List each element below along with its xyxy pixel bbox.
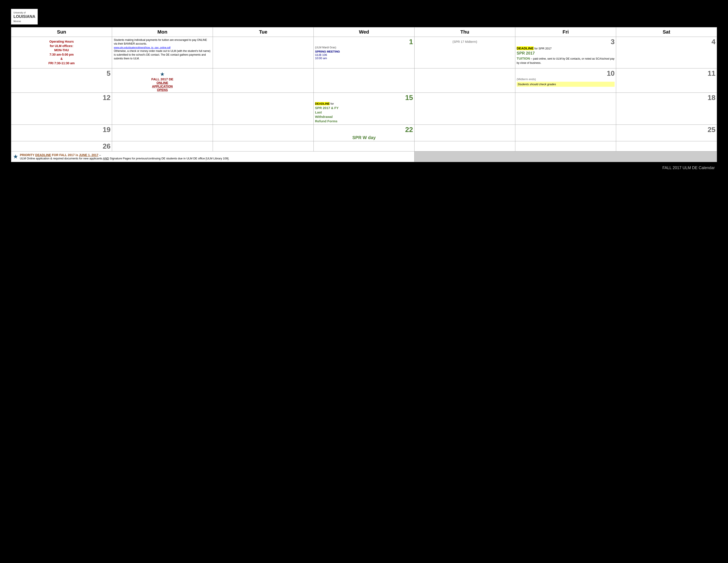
cell-fri-10: 10 (Midterm ends) Students should check …: [515, 68, 616, 92]
fall-2017-de-label: FALL 2017 DE: [113, 77, 211, 81]
cell-fri-row5: [515, 141, 616, 151]
header-tue: Tue: [213, 27, 314, 37]
cell-tue-row1: [213, 37, 314, 68]
spr-2017-label: SPR 2017: [517, 51, 535, 55]
thu-midterm-label: (SPR 17 Midterm): [416, 38, 514, 43]
fall-application-label: APPLICATION: [113, 85, 211, 88]
header-sat: Sat: [616, 27, 717, 37]
priority-star-icon: ★: [13, 153, 18, 160]
sat-11-number: 11: [707, 69, 715, 77]
students-check-label: Students should check grades: [517, 82, 615, 87]
cell-sun-26: 26: [11, 141, 112, 151]
wed-22-number: 22: [405, 126, 413, 134]
cell-mon-row4: [112, 124, 213, 141]
mon-payment-info: Students making individual payments for …: [113, 38, 211, 61]
cell-fri-3: 3 DEADLINE for SPR 2017 SPR 2017 TUITION…: [515, 37, 616, 68]
cell-wed-1: 1 (ULM Mardi Gras) SPRING MEETING ULIB 1…: [314, 37, 415, 68]
mardi-gras-label: (ULM Mardi Gras): [315, 46, 413, 49]
sun-5-number: 5: [107, 69, 111, 77]
logo-name: LOUISIANA: [13, 14, 35, 19]
wed-15-number: 15: [405, 94, 413, 102]
sun-19-number: 19: [103, 126, 111, 134]
university-logo: University of LOUISIANA Monroe: [11, 9, 38, 24]
wed-deadline-for: for: [330, 102, 334, 105]
wed-deadline-block: DEADLINE for SPR 2017 & FY Last Withdraw…: [315, 102, 413, 124]
priority-deadline-word: DEADLINE: [35, 153, 51, 157]
calendar-row-4: 19 22 SPR W day 25: [11, 124, 717, 141]
cell-sun-5: 5: [11, 68, 112, 92]
cell-tue-row4: [213, 124, 314, 141]
spring-meeting-room: ULIB 106: [315, 53, 413, 56]
cell-wed-row5: [314, 141, 415, 151]
header-fri: Fri: [515, 27, 616, 37]
fall-opens-label: OPENS: [113, 88, 211, 92]
logo-university-of: University of: [13, 11, 26, 14]
sun-12-number: 12: [103, 94, 111, 102]
calendar-table: Sun Mon Tue Wed Thu Fri Sat Operating Ho…: [11, 27, 717, 162]
calendar-row-1: Operating Hours for ULM offices: MON-THU…: [11, 37, 717, 68]
priority-june-date: JUNE 1, 2017: [79, 153, 98, 157]
mon-link[interactable]: www.ulm.edu/dualenrollment/how_to_pay_on…: [114, 46, 171, 49]
wed-withdrawal: Withdrawal: [315, 115, 333, 118]
mon-text1: Students making individual payments for …: [114, 38, 207, 45]
header-sun: Sun: [11, 27, 112, 37]
operating-hours-block: Operating Hours for ULM offices: MON-THU…: [13, 38, 111, 67]
midterm-ends-label: (Midterm ends): [517, 77, 615, 81]
fall-online-label: ONLINE: [113, 81, 211, 85]
wed-spr-2017: SPR 2017 & FY: [315, 106, 339, 110]
cell-thu-row2: [415, 68, 515, 92]
cell-sat-row5: [616, 141, 717, 151]
fri-3-number: 3: [611, 38, 615, 46]
tuition-label: TUITION: [517, 56, 530, 60]
sun-26-number: 26: [103, 142, 111, 150]
cell-sat-25: 25: [616, 124, 717, 141]
cell-wed-15: 15 DEADLINE for SPR 2017 & FY Last Withd…: [314, 92, 415, 124]
cell-fri-row3: [515, 92, 616, 124]
cell-sat-18: 18: [616, 92, 717, 124]
cell-sun-12: 12: [11, 92, 112, 124]
and-underline: AND: [103, 157, 109, 160]
header-mon: Mon: [112, 27, 213, 37]
wed-refund: Refund Forms: [315, 119, 338, 123]
priority-text-block: PRIORITY DEADLINE FOR FALL 2017 is JUNE …: [20, 153, 229, 160]
sat-18-number: 18: [707, 94, 715, 102]
op-line1: Operating Hours: [13, 39, 110, 44]
cell-mon-row1: Students making individual payments for …: [112, 37, 213, 68]
spring-meeting-title: SPRING MEETING: [315, 50, 413, 53]
cell-wed-22: 22 SPR W day: [314, 124, 415, 141]
fall-star-icon: ★: [113, 71, 211, 77]
cell-thu-row3: [415, 92, 515, 124]
cell-thu-1: (SPR 17 Midterm): [415, 37, 515, 68]
cell-mon-row5: [112, 141, 213, 151]
op-line3: MON-THU: [13, 48, 110, 53]
logo-location: Monroe: [13, 20, 21, 23]
cell-sat-11: 11: [616, 68, 717, 92]
cell-sat-4: 4: [616, 37, 717, 68]
calendar-footer: FALL 2017 ULM DE Calendar: [11, 165, 717, 170]
mon-text2: Otherwise, a check or money order made o…: [114, 49, 210, 60]
priority-label: PRIORITY: [20, 153, 35, 157]
fri-deadline-block: DEADLINE for SPR 2017 SPR 2017 TUITION –…: [517, 46, 615, 65]
cell-sun-19: 19: [11, 124, 112, 141]
priority-cell: ★ PRIORITY DEADLINE FOR FALL 2017 is JUN…: [11, 151, 415, 162]
op-line4: 7:30 am-5:00 pm: [13, 53, 110, 57]
wed-deadline-label: DEADLINE: [315, 102, 330, 105]
spr-w-label: SPR W day: [315, 134, 413, 140]
cell-mon-row2: ★ FALL 2017 DE ONLINE APPLICATION OPENS: [112, 68, 213, 92]
priority-body: ULM Online application & required docume…: [20, 157, 229, 160]
calendar-row-bottom: ★ PRIORITY DEADLINE FOR FALL 2017 is JUN…: [11, 151, 717, 162]
op-line5: &: [13, 57, 110, 61]
cell-sun-row1: Operating Hours for ULM offices: MON-THU…: [11, 37, 112, 68]
calendar-row-3: 12 15 DEADLINE for SPR 2017 & FY: [11, 92, 717, 124]
op-line6: FRI 7:30-11:30 am: [13, 61, 110, 66]
cell-tue-row2: [213, 68, 314, 92]
op-line2: for ULM offices:: [13, 44, 110, 48]
fri-10-number: 10: [607, 69, 615, 77]
cell-fri-row4: [515, 124, 616, 141]
deadline-label: DEADLINE: [517, 46, 534, 50]
priority-dash: –: [98, 153, 101, 157]
page-wrapper: University of LOUISIANA Monroe Sun Mon T…: [4, 4, 724, 179]
spring-meeting-time: 10:00 am: [315, 56, 413, 60]
header-wed: Wed: [314, 27, 415, 37]
cell-thu-row5: [415, 141, 515, 151]
